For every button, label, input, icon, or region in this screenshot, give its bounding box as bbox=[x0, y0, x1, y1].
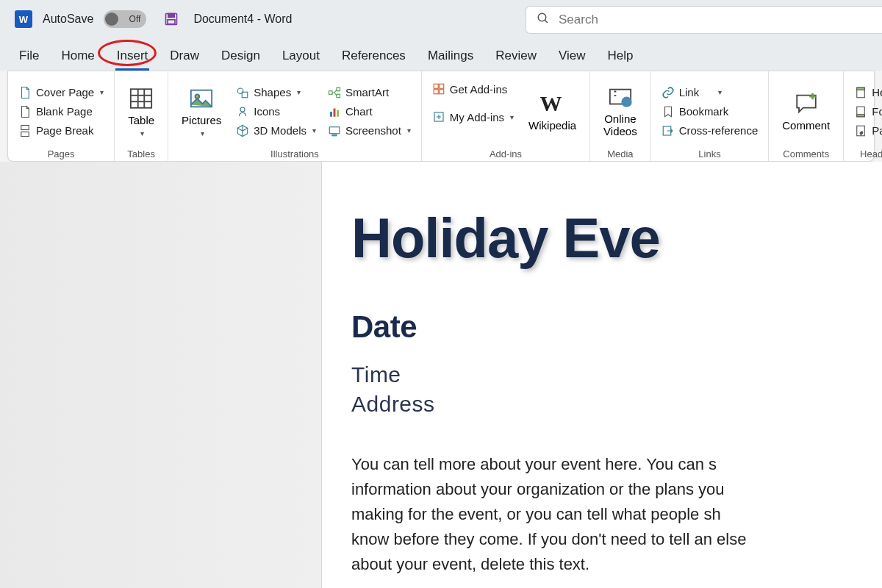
shapes-button[interactable]: Shapes▾ bbox=[232, 84, 320, 101]
page-number-label: Pag bbox=[872, 124, 882, 137]
tab-mailings[interactable]: Mailings bbox=[428, 49, 473, 71]
tab-insert[interactable]: Insert bbox=[117, 49, 148, 71]
chevron-down-icon: ▾ bbox=[312, 126, 316, 135]
tab-help[interactable]: Help bbox=[608, 49, 634, 71]
svg-rect-25 bbox=[434, 84, 438, 88]
cover-page-button[interactable]: Cover Page▾ bbox=[14, 84, 108, 101]
wikipedia-icon: W bbox=[540, 91, 565, 116]
screenshot-button[interactable]: Screenshot▾ bbox=[323, 122, 415, 140]
comment-button[interactable]: Comment bbox=[775, 76, 837, 147]
chevron-down-icon: ▾ bbox=[510, 113, 514, 121]
page-break-button[interactable]: Page Break bbox=[14, 122, 108, 140]
page-gutter bbox=[0, 162, 322, 588]
cover-page-label: Cover Page bbox=[36, 86, 94, 98]
store-icon bbox=[432, 82, 445, 96]
table-label: Table bbox=[128, 114, 154, 126]
toggle-knob bbox=[105, 12, 118, 26]
svg-rect-23 bbox=[329, 126, 340, 133]
tab-review[interactable]: Review bbox=[495, 49, 537, 71]
3d-models-button[interactable]: 3D Models▾ bbox=[232, 122, 320, 140]
get-addins-button[interactable]: Get Add-ins bbox=[428, 80, 518, 98]
tab-view[interactable]: View bbox=[559, 49, 586, 71]
blank-page-button[interactable]: Blank Page bbox=[14, 103, 108, 121]
search-icon bbox=[537, 12, 550, 28]
chart-button[interactable]: Chart bbox=[323, 103, 415, 121]
tab-home[interactable]: Home bbox=[61, 49, 94, 71]
link-button[interactable]: Link▾ bbox=[657, 84, 763, 101]
svg-point-31 bbox=[621, 97, 631, 107]
icons-button[interactable]: Icons bbox=[232, 103, 320, 121]
doc-title[interactable]: Holiday Eve bbox=[351, 206, 882, 270]
doc-body-text[interactable]: You can tell more about your event here.… bbox=[351, 452, 763, 577]
doc-time[interactable]: Time bbox=[351, 362, 882, 387]
chevron-down-icon: ▾ bbox=[201, 129, 204, 137]
doc-date-heading[interactable]: Date bbox=[351, 309, 882, 345]
link-label: Link bbox=[679, 86, 700, 98]
group-links: Link▾ Bookmark Cross-reference Links bbox=[651, 71, 770, 161]
get-addins-label: Get Add-ins bbox=[450, 83, 507, 96]
svg-rect-28 bbox=[440, 90, 444, 94]
svg-rect-1 bbox=[168, 14, 174, 18]
cross-reference-button[interactable]: Cross-reference bbox=[657, 122, 763, 140]
smartart-label: SmartArt bbox=[345, 86, 389, 98]
table-icon bbox=[129, 86, 154, 111]
tab-file[interactable]: File bbox=[19, 49, 39, 71]
group-media: Online Videos Media bbox=[590, 71, 651, 161]
document-page[interactable]: Holiday Eve Date Time Address You can te… bbox=[322, 162, 882, 588]
autosave-state: Off bbox=[129, 14, 141, 24]
page-icon bbox=[18, 86, 32, 99]
comment-label: Comment bbox=[782, 119, 830, 132]
svg-rect-19 bbox=[337, 94, 340, 98]
svg-rect-18 bbox=[337, 87, 340, 91]
svg-rect-24 bbox=[332, 135, 337, 136]
my-addins-label: My Add-ins bbox=[450, 111, 504, 123]
footer-button[interactable]: Foot bbox=[850, 103, 882, 121]
header-label: Hea bbox=[872, 86, 882, 98]
group-label-tables: Tables bbox=[115, 148, 168, 161]
group-label-illustrations: Illustrations bbox=[168, 148, 421, 161]
tab-references[interactable]: References bbox=[342, 49, 406, 71]
page-number-button[interactable]: #Pag bbox=[850, 122, 882, 140]
group-pages: Cover Page▾ Blank Page Page Break Pages bbox=[8, 71, 115, 161]
table-button[interactable]: Table ▾ bbox=[121, 76, 162, 147]
tab-layout[interactable]: Layout bbox=[282, 49, 320, 71]
addins-icon bbox=[432, 110, 445, 123]
chart-label: Chart bbox=[345, 105, 373, 118]
svg-rect-27 bbox=[434, 90, 438, 94]
group-addins: Get Add-ins My Add-ins▾ W Wikipedia Add-… bbox=[422, 71, 590, 161]
online-videos-button[interactable]: Online Videos bbox=[596, 76, 645, 147]
svg-rect-6 bbox=[21, 132, 29, 136]
tab-draw[interactable]: Draw bbox=[170, 49, 199, 71]
autosave-label: AutoSave bbox=[43, 12, 93, 26]
group-label-header-footer: Heade bbox=[844, 148, 882, 161]
svg-text:#: # bbox=[861, 131, 864, 135]
search-box[interactable] bbox=[526, 6, 882, 34]
svg-point-3 bbox=[538, 13, 546, 21]
group-label-comments: Comments bbox=[769, 148, 843, 161]
smartart-button[interactable]: SmartArt bbox=[323, 84, 415, 101]
autosave-toggle[interactable]: Off bbox=[104, 10, 146, 28]
svg-rect-2 bbox=[168, 20, 175, 24]
tab-design[interactable]: Design bbox=[221, 49, 260, 71]
chevron-down-icon: ▾ bbox=[100, 88, 104, 96]
screenshot-label: Screenshot bbox=[345, 124, 401, 137]
footer-icon bbox=[854, 105, 867, 118]
icons-label: Icons bbox=[254, 105, 280, 118]
svg-rect-20 bbox=[330, 112, 332, 117]
save-icon[interactable] bbox=[164, 12, 179, 26]
icons-icon bbox=[236, 105, 249, 118]
online-videos-label: Online Videos bbox=[603, 113, 637, 137]
my-addins-button[interactable]: My Add-ins▾ bbox=[428, 108, 518, 126]
smartart-icon bbox=[328, 86, 341, 99]
doc-address[interactable]: Address bbox=[351, 392, 882, 417]
chevron-down-icon: ▾ bbox=[297, 88, 301, 96]
group-label-links: Links bbox=[651, 148, 769, 161]
pictures-button[interactable]: Pictures ▾ bbox=[174, 76, 229, 147]
wikipedia-button[interactable]: W Wikipedia bbox=[521, 76, 584, 147]
header-button[interactable]: Hea bbox=[850, 84, 882, 101]
search-input[interactable] bbox=[559, 12, 882, 27]
bookmark-button[interactable]: Bookmark bbox=[657, 103, 763, 121]
comment-icon bbox=[794, 91, 819, 116]
word-app-icon: W bbox=[15, 10, 32, 28]
cross-ref-icon bbox=[662, 124, 675, 137]
